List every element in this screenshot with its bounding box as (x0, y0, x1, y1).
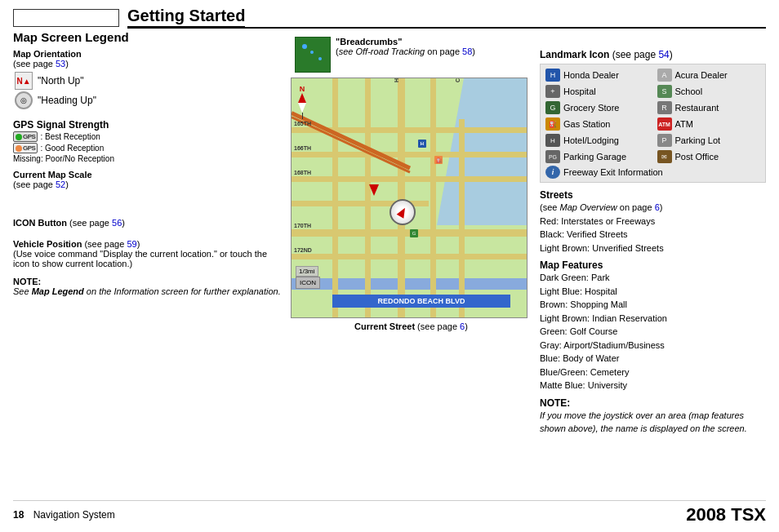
gps-poor-row: Missing: Poor/No Reception (13, 154, 283, 163)
landmark-gas: ⛽ Gas Station (545, 117, 649, 131)
landmark-grocery: G Grocery Store (545, 100, 649, 115)
compass-south-arrow (298, 103, 306, 113)
heading-up-row: ◎ "Heading Up" (15, 91, 283, 109)
note-section: NOTE: See Map Legend on the Information … (13, 277, 283, 296)
map-orientation-label: Map Orientation (see page 53) (13, 49, 82, 69)
street-label-166th: 166TH (294, 145, 311, 151)
post-office-icon: ✉ (657, 150, 672, 163)
north-up-icon: N▲ (15, 72, 33, 90)
bottom-bar: 18 Navigation System 2008 TSX (13, 500, 766, 525)
road-h3 (292, 176, 527, 182)
landmark-atm: ATM ATM (657, 117, 761, 131)
map-icon-2: ⛽ (434, 156, 443, 164)
landmark-honda: H Honda Dealer (545, 68, 649, 82)
vehicle-position-label: Vehicle Position (see page 59) (Use voic… (13, 239, 283, 268)
map-background: 165TH 166TH 168TH 170TH 172ND HARMONIA C… (292, 78, 527, 317)
road-h6 (292, 254, 527, 259)
streets-heading: Streets (540, 189, 766, 201)
gps-best-row: GPS : Best Reception (13, 131, 283, 142)
icon-button-box[interactable]: ICON (296, 277, 320, 289)
current-map-scale-label: Current Map Scale (see page 52) (13, 170, 283, 189)
street-label-168th: 168TH (294, 170, 311, 175)
street-label-170th: 170TH (294, 223, 311, 228)
landmark-parking-garage: PG Parking Garage (545, 149, 649, 164)
street-label-165th: 165TH (294, 121, 311, 126)
road-v4 (430, 78, 436, 317)
parking-icon: P (657, 134, 672, 147)
honda-icon: H (545, 69, 560, 82)
heading-up-label: "Heading Up" (38, 95, 96, 106)
nav-system-label: Navigation System (33, 509, 115, 521)
landmark-freeway: i Freeway Exit Information (545, 166, 760, 179)
road-h5 (292, 229, 527, 237)
road-v2 (365, 78, 371, 317)
gps-good-row: GPS : Good Reception (13, 143, 283, 153)
hospital-icon: + (545, 85, 560, 98)
street-banner: REDONDO BEACH BLVD (332, 295, 510, 308)
note2-text: If you move the joystick over an area (m… (540, 409, 766, 436)
landmark-grid: H Honda Dealer A Acura Dealer + Hospital (540, 64, 766, 183)
gas-icon: ⛽ (545, 117, 560, 131)
road-v5 (459, 119, 465, 317)
current-street-label: Current Street (see page 6) (291, 321, 532, 331)
road-v1 (332, 78, 338, 317)
landmark-hotel: H Hotel/Lodging (545, 133, 649, 148)
map-features-text: Dark Green: Park Light Blue: Hospital Br… (540, 271, 766, 392)
map-container: 165TH 166TH 168TH 170TH 172ND HARMONIA C… (291, 78, 527, 318)
landmark-restaurant: R Restaurant (657, 100, 761, 115)
landmark-section: Landmark Icon (see page 54) H Honda Deal… (540, 49, 766, 183)
model-label: 2008 TSX (686, 504, 766, 525)
landmark-title: Landmark Icon (see page 54) (540, 49, 766, 60)
heading-up-icon: ◎ (15, 91, 33, 109)
note2-section: NOTE: If you move the joystick over an a… (540, 397, 766, 436)
street-label-172nd: 172ND (294, 247, 312, 253)
breadcrumbs-label: "Breadcrumbs" (see Off-road Tracking on … (336, 37, 475, 56)
page-number: 18 Navigation System (13, 509, 115, 521)
street-v-label: HARMONIA (394, 78, 399, 82)
parking-garage-icon: PG (545, 150, 560, 163)
landmark-school: S School (657, 84, 761, 99)
icon-button-label: ICON Button (see page 56) (13, 218, 283, 228)
north-up-row: N▲ "North Up" (15, 72, 283, 90)
road-h2 (292, 152, 527, 157)
landmark-acura: A Acura Dealer (657, 68, 761, 82)
atm-icon: ATM (657, 117, 672, 131)
gps-best-icon: GPS (13, 131, 38, 142)
gps-signal-section: GPS Signal Strength GPS : Best Reception… (13, 119, 283, 163)
position-arrow (397, 206, 409, 218)
road-v3 (398, 78, 405, 317)
breadcrumbs-square (295, 37, 331, 73)
road-major (292, 278, 527, 290)
streets-text: (see Map Overview on page 6) Red: Inters… (540, 201, 766, 255)
compass-stem (302, 113, 303, 119)
right-column: Landmark Icon (see page 54) H Honda Deal… (540, 49, 766, 436)
map-icon-1: H (418, 140, 426, 148)
top-rectangle (13, 9, 119, 27)
restaurant-icon: R (657, 101, 672, 114)
street-v-label2: CHERRY (455, 78, 461, 82)
landmark-parking: P Parking Lot (657, 133, 761, 148)
landmark-hospital: + Hospital (545, 84, 649, 99)
compass-rose: N (298, 85, 306, 119)
map-icon-3: G (410, 229, 418, 237)
gps-signal-label: GPS Signal Strength (13, 119, 109, 131)
streets-section: Streets (see Map Overview on page 6) Red… (540, 189, 766, 255)
gps-good-icon: GPS (13, 143, 38, 153)
page-title: Getting Started (127, 7, 245, 28)
landmark-post-office: ✉ Post Office (657, 149, 761, 164)
gps-position-circle (390, 199, 416, 225)
grocery-icon: G (545, 101, 560, 114)
freeway-icon: i (545, 166, 560, 179)
acura-icon: A (657, 69, 672, 82)
map-features-section: Map Features Dark Green: Park Light Blue… (540, 259, 766, 392)
map-features-heading: Map Features (540, 259, 766, 271)
scale-indicator: 1/3mi (296, 266, 318, 277)
hotel-icon: H (545, 134, 560, 147)
arrival-indicator (369, 184, 379, 196)
compass-north-arrow (298, 93, 306, 103)
school-icon: S (657, 85, 672, 98)
north-up-label: "North Up" (38, 75, 84, 86)
